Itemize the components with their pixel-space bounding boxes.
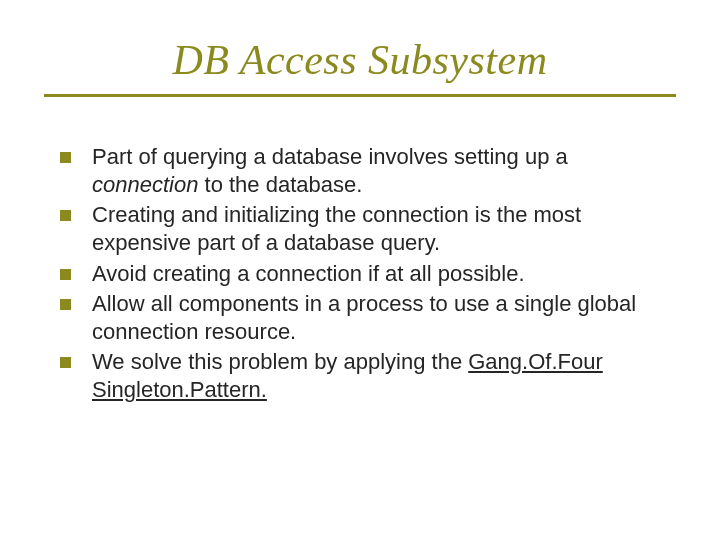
slide-body: Part of querying a database involves set…	[0, 97, 720, 404]
bullet-text: We solve this problem by applying the	[92, 349, 468, 374]
slide-title: DB Access Subsystem	[0, 0, 720, 94]
bullet-text-underline: Singleton.Pattern.	[92, 377, 267, 402]
bullet-item: Avoid creating a connection if at all po…	[56, 260, 664, 288]
bullet-text: Allow all components in a process to use…	[92, 291, 636, 344]
bullet-text: Part of querying a database involves set…	[92, 144, 568, 169]
slide: DB Access Subsystem Part of querying a d…	[0, 0, 720, 540]
bullet-item: We solve this problem by applying the Ga…	[56, 348, 664, 404]
bullet-list-1: Part of querying a database involves set…	[56, 143, 664, 346]
bullet-text: Creating and initializing the connection…	[92, 202, 581, 255]
bullet-text-underline: Gang.Of.Four	[468, 349, 603, 374]
bullet-list-2: We solve this problem by applying the Ga…	[56, 348, 664, 404]
bullet-text: Avoid creating a connection if at all po…	[92, 261, 525, 286]
bullet-text-emph: connection	[92, 172, 198, 197]
bullet-text: to the database.	[198, 172, 362, 197]
bullet-item: Part of querying a database involves set…	[56, 143, 664, 199]
bullet-item: Creating and initializing the connection…	[56, 201, 664, 257]
bullet-item: Allow all components in a process to use…	[56, 290, 664, 346]
